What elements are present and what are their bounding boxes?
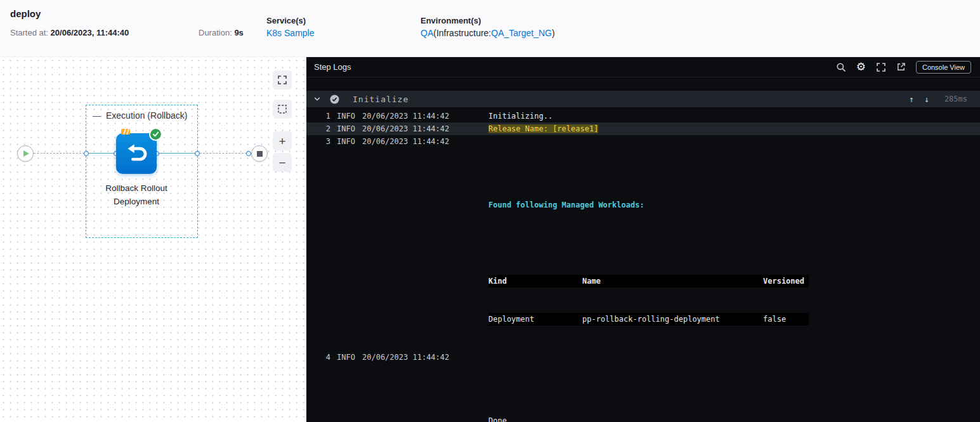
environment-value: QA(Infrastructure:QA_Target_NG) xyxy=(421,28,555,38)
section-logs-initialize: 1 INFO 20/06/2023 11:44:42 Initializing.… xyxy=(306,110,980,422)
workloads-table-row: Deploymentpp-rollback-rolling-deployment… xyxy=(488,313,980,326)
plus-icon: + xyxy=(278,135,285,147)
link-point xyxy=(84,151,89,156)
console-view-button[interactable]: Console View xyxy=(916,61,971,74)
duration-label: Duration: xyxy=(199,28,232,37)
step-node-label: Rollback Rollout Deployment xyxy=(95,181,178,208)
open-in-new-icon xyxy=(896,62,906,72)
edge-start-to-group xyxy=(34,153,84,154)
log-level: INFO xyxy=(337,135,362,351)
play-icon xyxy=(23,150,29,157)
pipeline-name: deploy xyxy=(10,8,41,19)
settings-button[interactable]: ⚙ xyxy=(856,62,866,72)
line-number: 2 xyxy=(314,122,330,135)
log-level: INFO xyxy=(337,110,362,122)
link-point xyxy=(246,151,251,156)
log-level: INFO xyxy=(337,351,362,422)
canvas-fit-view-button[interactable] xyxy=(273,70,292,89)
log-message: Done. xyxy=(488,414,980,422)
log-line: 3 INFO 20/06/2023 11:44:42 Found followi… xyxy=(306,135,980,351)
section-title: Initialize xyxy=(353,95,408,104)
marquee-select-icon xyxy=(277,104,287,114)
console-toolbar: ⚙ Console View xyxy=(836,61,971,74)
service-link[interactable]: K8s Sample xyxy=(266,28,314,38)
line-number: 4 xyxy=(314,351,330,422)
environment-link[interactable]: QA xyxy=(421,28,433,38)
start-node xyxy=(17,145,34,162)
log-message-workloads: Found following Managed Workloads: xyxy=(488,201,644,209)
line-number: 3 xyxy=(314,135,330,351)
open-in-new-button[interactable] xyxy=(896,62,906,72)
log-line: 4 INFO 20/06/2023 11:44:42 Done. xyxy=(306,351,980,422)
infrastructure-prefix: (Infrastructure: xyxy=(433,28,491,38)
zoom-out-button[interactable]: − xyxy=(273,153,292,172)
log-time: 20/06/2023 11:44:42 xyxy=(362,135,488,351)
end-node xyxy=(251,145,268,162)
infrastructure-suffix: ) xyxy=(552,28,555,38)
log-time: 20/06/2023 11:44:42 xyxy=(362,122,488,135)
scroll-to-bottom-button[interactable]: ↓ xyxy=(924,95,929,104)
started-at: Started at: 20/06/2023, 11:44:40 xyxy=(10,28,129,37)
edge-group-to-end xyxy=(200,153,247,154)
started-at-label: Started at: xyxy=(10,28,48,37)
console-title: Step Logs xyxy=(314,62,351,72)
step-node-rollback-rollout-deployment[interactable] xyxy=(116,133,157,174)
line-number: 1 xyxy=(314,110,330,122)
log-message: Initializing.. xyxy=(488,110,980,122)
expand-icon xyxy=(277,75,287,85)
rollback-icon xyxy=(125,142,148,165)
log-section-header-initialize[interactable]: Initialize ↑ ↓ 285ms xyxy=(306,91,980,107)
console-header: Step Logs ⚙ Console View xyxy=(306,57,980,77)
chevron-down-icon[interactable] xyxy=(313,95,322,103)
duration-value: 9s xyxy=(234,28,243,37)
execution-header: deploy Started at: 20/06/2023, 11:44:40 … xyxy=(0,0,980,57)
log-area: Initialize ↑ ↓ 285ms 1 INFO 20/06/2023 1… xyxy=(306,77,980,422)
barrier-icon xyxy=(121,128,130,135)
log-time: 20/06/2023 11:44:42 xyxy=(362,351,488,422)
pipeline-canvas[interactable]: — Execution (Rollback) Rollback Rollout … xyxy=(0,57,306,422)
canvas-select-button[interactable] xyxy=(273,100,292,119)
scroll-to-top-button[interactable]: ↑ xyxy=(909,95,914,104)
minus-icon: − xyxy=(278,157,285,169)
step-logs-panel: Step Logs ⚙ Console View xyxy=(306,57,980,422)
workloads-table-header: KindNameVersioned xyxy=(488,275,980,287)
duration: Duration: 9s xyxy=(199,28,244,37)
search-button[interactable] xyxy=(836,62,846,72)
collapse-group-icon[interactable]: — xyxy=(93,111,101,121)
fullscreen-icon xyxy=(876,62,886,72)
execution-stage-label: — Execution (Rollback) xyxy=(93,110,187,121)
zoom-in-button[interactable]: + xyxy=(273,131,292,150)
log-message xyxy=(488,376,980,389)
stop-icon xyxy=(257,151,263,157)
edge-into-step xyxy=(89,153,115,154)
fullscreen-button[interactable] xyxy=(876,62,886,72)
log-message xyxy=(488,161,980,173)
services-label: Service(s) xyxy=(266,16,306,25)
check-circle-icon xyxy=(330,95,339,104)
started-at-value: 20/06/2023, 11:44:40 xyxy=(51,28,129,37)
log-line: 1 INFO 20/06/2023 11:44:42 Initializing.… xyxy=(306,110,980,122)
infrastructure-link[interactable]: QA_Target_NG xyxy=(491,28,552,38)
log-line-highlighted: 2 INFO 20/06/2023 11:44:42 Release Name:… xyxy=(306,122,980,135)
log-message-highlight: Release Name: [release1] xyxy=(488,124,598,133)
section-duration: 285ms xyxy=(939,95,967,103)
gear-icon: ⚙ xyxy=(856,62,866,72)
search-icon xyxy=(836,62,846,72)
link-point xyxy=(195,151,200,156)
log-time: 20/06/2023 11:44:42 xyxy=(362,110,488,122)
execution-stage-title: Execution (Rollback) xyxy=(106,110,187,121)
environments-label: Environment(s) xyxy=(421,16,481,25)
log-level: INFO xyxy=(337,122,362,135)
success-check-icon xyxy=(150,129,161,140)
edge-out-of-step xyxy=(158,153,195,154)
